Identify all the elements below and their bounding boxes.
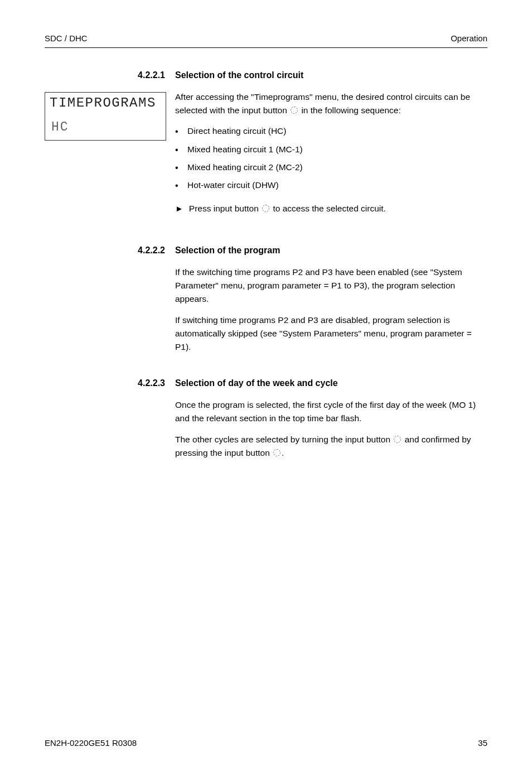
input-button-icon [273, 449, 280, 456]
section-3-body: Once the program is selected, the first … [175, 398, 487, 460]
section-1-heading: 4.2.2.1 Selection of the control circuit [45, 70, 487, 80]
list-item: Direct heating circuit (HC) [175, 125, 487, 137]
input-button-icon [291, 107, 298, 114]
action-arrow-icon: ► [175, 202, 183, 215]
section-3: 4.2.2.3 Selection of day of the week and… [45, 378, 487, 460]
section-1-bullets: Direct heating circuit (HC) Mixed heatin… [175, 125, 487, 192]
section-3-p2-c: . [282, 448, 284, 457]
header-left: SDC / DHC [45, 33, 88, 43]
section-2-number: 4.2.2.2 [129, 245, 175, 256]
section-1-intro-post: in the following sequence: [299, 105, 401, 115]
section-1-action: ► Press input button to access the selec… [175, 202, 487, 215]
action-pre: Press input button [189, 204, 261, 213]
section-3-title: Selection of day of the week and cycle [175, 378, 338, 388]
section-2-title: Selection of the program [175, 245, 280, 256]
section-1-action-text: Press input button to access the selecte… [189, 202, 386, 215]
footer-left: EN2H-0220GE51 R0308 [45, 738, 137, 748]
section-2-p2: If switching time programs P2 and P3 are… [175, 314, 487, 354]
section-1-title: Selection of the control circuit [175, 70, 303, 80]
page-footer: EN2H-0220GE51 R0308 35 [45, 738, 487, 748]
input-button-icon [262, 205, 269, 212]
list-item: Mixed heating circuit 1 (MC-1) [175, 143, 487, 156]
lcd-line-1: TIMEPROGRAMS [50, 96, 161, 110]
section-3-heading: 4.2.2.3 Selection of day of the week and… [45, 378, 487, 388]
section-3-p2-a: The other cycles are selected by turning… [175, 435, 393, 444]
page-header: SDC / DHC Operation [45, 33, 487, 48]
input-button-icon [394, 436, 401, 443]
section-1-number: 4.2.2.1 [129, 70, 175, 80]
list-item: Mixed heating circuit 2 (MC-2) [175, 161, 487, 174]
section-3-p2: The other cycles are selected by turning… [175, 433, 487, 460]
header-right: Operation [451, 33, 487, 43]
footer-page-number: 35 [478, 738, 487, 748]
list-item: Hot-water circuit (DHW) [175, 179, 487, 191]
section-3-number: 4.2.2.3 [129, 378, 175, 388]
section-2-p1: If the switching time programs P2 and P3… [175, 266, 487, 306]
section-3-p1: Once the program is selected, the first … [175, 398, 487, 425]
action-post: to access the selected circuit. [270, 204, 386, 213]
lcd-line-2: HC [50, 121, 161, 134]
section-2-body: If the switching time programs P2 and P3… [175, 266, 487, 354]
lcd-display: TIMEPROGRAMS HC [45, 92, 166, 141]
section-1: 4.2.2.1 Selection of the control circuit… [45, 70, 487, 221]
section-1-intro: After accessing the "Timeprograms" menu,… [175, 90, 487, 117]
lcd-hc-label: HC [50, 121, 71, 134]
section-2-heading: 4.2.2.2 Selection of the program [45, 245, 487, 256]
section-1-body: After accessing the "Timeprograms" menu,… [175, 90, 487, 221]
section-2: 4.2.2.2 Selection of the program If the … [45, 245, 487, 354]
section-1-content-row: TIMEPROGRAMS HC After accessing the "Tim… [45, 90, 487, 221]
